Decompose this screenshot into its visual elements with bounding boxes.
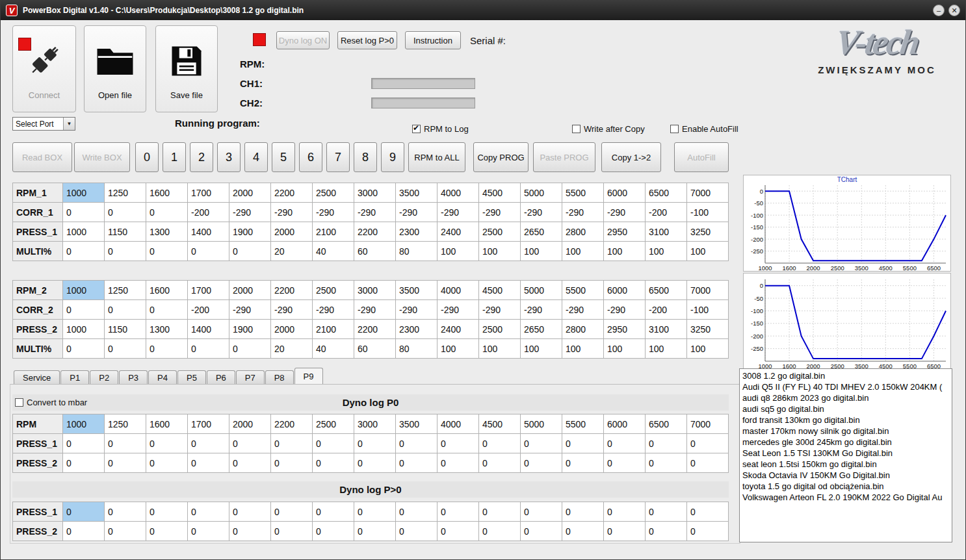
grid-cell[interactable]: 1300 bbox=[146, 320, 188, 339]
grid-cell[interactable]: -290 bbox=[521, 203, 562, 222]
tab-p2[interactable]: P2 bbox=[90, 370, 118, 385]
grid-cell[interactable]: 0 bbox=[229, 502, 271, 522]
grid-cell[interactable]: -290 bbox=[479, 203, 521, 222]
program-9-button[interactable]: 9 bbox=[381, 142, 404, 172]
grid-cell[interactable]: 3500 bbox=[396, 183, 437, 203]
grid-cell[interactable]: 7000 bbox=[687, 414, 729, 434]
grid-cell[interactable]: 0 bbox=[396, 522, 437, 541]
grid-cell[interactable]: 6500 bbox=[646, 281, 687, 300]
grid-cell[interactable]: -290 bbox=[313, 300, 354, 320]
grid-cell[interactable]: 0 bbox=[188, 242, 229, 261]
grid-cell[interactable]: 0 bbox=[63, 434, 105, 453]
grid-cell[interactable]: 1700 bbox=[188, 414, 229, 434]
grid-cell[interactable]: 0 bbox=[229, 522, 271, 541]
program-2-button[interactable]: 2 bbox=[190, 142, 213, 172]
grid-cell[interactable]: 0 bbox=[271, 434, 313, 453]
grid-cell[interactable]: 2100 bbox=[313, 320, 354, 339]
convert-to-mbar-checkbox[interactable]: Convert to mbar bbox=[15, 398, 87, 407]
grid-cell[interactable]: 0 bbox=[521, 502, 562, 522]
grid-cell[interactable]: 0 bbox=[313, 453, 354, 473]
grid-cell[interactable]: 2500 bbox=[479, 320, 521, 339]
minimize-button[interactable]: – bbox=[933, 5, 945, 16]
grid-cell[interactable]: 0 bbox=[146, 434, 188, 453]
file-list-item[interactable]: Volkswagen Arteon FL 2.0 190KM 2022 Go D… bbox=[740, 492, 952, 503]
grid-cell[interactable]: 0 bbox=[188, 522, 229, 541]
tab-p5[interactable]: P5 bbox=[177, 370, 206, 385]
grid-cell[interactable]: 6500 bbox=[646, 414, 687, 434]
grid-cell[interactable]: 4500 bbox=[479, 414, 521, 434]
grid-cell[interactable]: 2200 bbox=[271, 414, 313, 434]
grid-cell[interactable]: 0 bbox=[146, 453, 188, 473]
grid-cell[interactable]: 100 bbox=[562, 242, 604, 261]
grid-cell[interactable]: 2500 bbox=[313, 281, 354, 300]
grid-cell[interactable]: 2000 bbox=[229, 183, 271, 203]
grid-cell[interactable]: -290 bbox=[396, 203, 437, 222]
copy-prog-button[interactable]: Copy PROG bbox=[473, 142, 529, 172]
grid-cell[interactable]: 1400 bbox=[188, 320, 229, 339]
grid-cell[interactable]: 3100 bbox=[646, 320, 687, 339]
grid-cell[interactable]: 0 bbox=[146, 242, 188, 261]
file-list-item[interactable]: seat leon 1.5tsi 150km go digital.bin bbox=[740, 459, 952, 470]
grid-cell[interactable]: 0 bbox=[313, 502, 354, 522]
grid-cell[interactable]: -290 bbox=[354, 300, 396, 320]
grid-cell[interactable]: 1150 bbox=[105, 320, 146, 339]
grid-cell[interactable]: 2000 bbox=[271, 222, 313, 242]
tab-service[interactable]: Service bbox=[14, 370, 60, 385]
grid-cell[interactable]: 0 bbox=[646, 502, 687, 522]
grid-cell[interactable]: 100 bbox=[687, 242, 729, 261]
grid-cell[interactable]: 5500 bbox=[562, 183, 604, 203]
grid-cell[interactable]: 1000 bbox=[63, 183, 105, 203]
tab-p3[interactable]: P3 bbox=[119, 370, 148, 385]
dyno-log-on-button[interactable]: Dyno log ON bbox=[276, 31, 330, 49]
grid-cell[interactable]: 4500 bbox=[479, 281, 521, 300]
grid-cell[interactable]: 0 bbox=[271, 522, 313, 541]
grid-cell[interactable]: 0 bbox=[105, 339, 146, 359]
grid-cell[interactable]: 1900 bbox=[229, 222, 271, 242]
grid-cell[interactable]: 6000 bbox=[604, 414, 646, 434]
grid-cell[interactable]: 100 bbox=[479, 339, 521, 359]
grid-cell[interactable]: 1600 bbox=[146, 281, 188, 300]
grid-cell[interactable]: 1000 bbox=[63, 222, 105, 242]
grid-cell[interactable]: 2650 bbox=[521, 222, 562, 242]
grid-cell[interactable]: 100 bbox=[479, 242, 521, 261]
program-7-button[interactable]: 7 bbox=[326, 142, 350, 172]
grid-cell[interactable]: 0 bbox=[63, 203, 105, 222]
grid-cell[interactable]: 5000 bbox=[521, 281, 562, 300]
grid-cell[interactable]: 0 bbox=[562, 502, 604, 522]
grid-cell[interactable]: 40 bbox=[313, 242, 354, 261]
grid-cell[interactable]: 4000 bbox=[437, 414, 479, 434]
grid-cell[interactable]: 0 bbox=[146, 300, 188, 320]
grid-cell[interactable]: 0 bbox=[105, 434, 146, 453]
grid-cell[interactable]: 6000 bbox=[604, 183, 646, 203]
grid-cell[interactable]: -200 bbox=[188, 203, 229, 222]
grid-cell[interactable]: 2300 bbox=[396, 222, 437, 242]
program-5-button[interactable]: 5 bbox=[272, 142, 295, 172]
grid-cell[interactable]: 1600 bbox=[146, 414, 188, 434]
grid-cell[interactable]: 0 bbox=[479, 434, 521, 453]
grid-cell[interactable]: 3250 bbox=[687, 320, 729, 339]
grid-cell[interactable]: 0 bbox=[687, 453, 729, 473]
grid-cell[interactable]: 0 bbox=[271, 502, 313, 522]
grid-cell[interactable]: 0 bbox=[105, 453, 146, 473]
grid-cell[interactable]: 5000 bbox=[521, 414, 562, 434]
tab-p8[interactable]: P8 bbox=[265, 370, 294, 385]
grid-cell[interactable]: -290 bbox=[604, 300, 646, 320]
grid-cell[interactable]: -290 bbox=[229, 203, 271, 222]
grid-cell[interactable]: 2500 bbox=[313, 414, 354, 434]
file-list-item[interactable]: ford transit 130km go digital.bin bbox=[740, 414, 952, 426]
grid-cell[interactable]: 2200 bbox=[271, 281, 313, 300]
program-8-button[interactable]: 8 bbox=[354, 142, 377, 172]
grid-cell[interactable]: 0 bbox=[604, 502, 646, 522]
grid-cell[interactable]: -290 bbox=[271, 203, 313, 222]
grid-cell[interactable]: 0 bbox=[521, 453, 562, 473]
grid-cell[interactable]: 0 bbox=[105, 242, 146, 261]
grid-cell[interactable]: 0 bbox=[687, 434, 729, 453]
grid-cell[interactable]: 0 bbox=[105, 203, 146, 222]
grid-cell[interactable]: 0 bbox=[63, 502, 105, 522]
grid-cell[interactable]: 0 bbox=[521, 522, 562, 541]
grid-cell[interactable]: 0 bbox=[479, 522, 521, 541]
grid-cell[interactable]: 0 bbox=[604, 434, 646, 453]
grid-cell[interactable]: 2800 bbox=[562, 320, 604, 339]
grid-cell[interactable]: 0 bbox=[354, 453, 396, 473]
grid-cell[interactable]: -200 bbox=[646, 203, 687, 222]
